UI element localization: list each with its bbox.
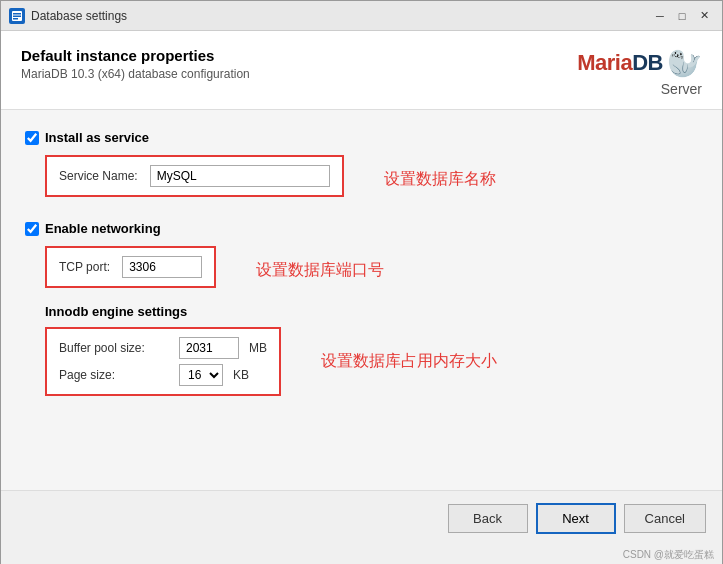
service-name-annotation: 设置数据库名称 bbox=[384, 169, 496, 190]
mariadb-logo: MariaDB 🦭 Server bbox=[577, 47, 702, 97]
service-name-label: Service Name: bbox=[59, 169, 138, 183]
tcp-port-label: TCP port: bbox=[59, 260, 110, 274]
cancel-button[interactable]: Cancel bbox=[624, 504, 706, 533]
tcp-port-annotation: 设置数据库端口号 bbox=[256, 260, 384, 281]
innodb-annotation: 设置数据库占用内存大小 bbox=[321, 351, 497, 372]
watermark: CSDN @就爱吃蛋糕 bbox=[1, 546, 722, 564]
back-button[interactable]: Back bbox=[448, 504, 528, 533]
main-window: Database settings ─ □ ✕ Default instance… bbox=[0, 0, 723, 564]
buffer-pool-label: Buffer pool size: bbox=[59, 341, 169, 355]
header-text: Default instance properties MariaDB 10.3… bbox=[21, 47, 250, 81]
page-size-label: Page size: bbox=[59, 368, 169, 382]
window-icon bbox=[9, 8, 25, 24]
tcp-port-row: TCP port: 设置数据库端口号 bbox=[25, 246, 698, 294]
page-size-select[interactable]: 4 8 16 32 64 bbox=[179, 364, 223, 386]
titlebar: Database settings ─ □ ✕ bbox=[1, 1, 722, 31]
innodb-title: Innodb engine settings bbox=[45, 304, 698, 319]
page-size-unit: KB bbox=[233, 368, 249, 382]
tcp-port-input[interactable] bbox=[122, 256, 202, 278]
logo-text: MariaDB bbox=[577, 51, 663, 75]
page-subtitle: MariaDB 10.3 (x64) database configuratio… bbox=[21, 67, 250, 81]
install-service-label: Install as service bbox=[45, 130, 149, 145]
seal-icon: 🦭 bbox=[667, 47, 702, 80]
maximize-button[interactable]: □ bbox=[672, 6, 692, 26]
logo-sub: Server bbox=[661, 81, 702, 97]
svg-rect-2 bbox=[13, 15, 21, 17]
service-name-input[interactable] bbox=[150, 165, 330, 187]
install-service-checkbox-label[interactable]: Install as service bbox=[25, 130, 698, 145]
enable-networking-section: Enable networking TCP port: 设置数据库端口号 Inn… bbox=[25, 221, 698, 396]
enable-networking-label: Enable networking bbox=[45, 221, 161, 236]
buffer-pool-input[interactable] bbox=[179, 337, 239, 359]
close-button[interactable]: ✕ bbox=[694, 6, 714, 26]
svg-rect-3 bbox=[13, 18, 18, 20]
innodb-row-with-annotation: Buffer pool size: MB Page size: 4 8 16 3… bbox=[45, 327, 698, 396]
window-title: Database settings bbox=[31, 9, 650, 23]
next-button[interactable]: Next bbox=[536, 503, 616, 534]
enable-networking-checkbox-label[interactable]: Enable networking bbox=[25, 221, 698, 236]
innodb-fields-group: Buffer pool size: MB Page size: 4 8 16 3… bbox=[45, 327, 281, 396]
enable-networking-checkbox[interactable] bbox=[25, 222, 39, 236]
buffer-pool-row: Buffer pool size: MB bbox=[59, 337, 267, 359]
footer: Back Next Cancel bbox=[1, 490, 722, 546]
install-service-section: Install as service Service Name: 设置数据库名称 bbox=[25, 130, 698, 203]
svg-rect-1 bbox=[13, 13, 21, 15]
minimize-button[interactable]: ─ bbox=[650, 6, 670, 26]
install-service-checkbox[interactable] bbox=[25, 131, 39, 145]
content-area: Install as service Service Name: 设置数据库名称… bbox=[1, 110, 722, 490]
page-size-row: Page size: 4 8 16 32 64 KB bbox=[59, 364, 267, 386]
watermark-text: CSDN @就爱吃蛋糕 bbox=[623, 549, 714, 560]
page-title: Default instance properties bbox=[21, 47, 250, 64]
service-name-field-group: Service Name: bbox=[45, 155, 344, 197]
tcp-port-field-group: TCP port: bbox=[45, 246, 216, 288]
innodb-section: Innodb engine settings Buffer pool size:… bbox=[45, 304, 698, 396]
window-controls: ─ □ ✕ bbox=[650, 6, 714, 26]
buffer-pool-unit: MB bbox=[249, 341, 267, 355]
header: Default instance properties MariaDB 10.3… bbox=[1, 31, 722, 110]
service-name-row: Service Name: 设置数据库名称 bbox=[25, 155, 698, 203]
